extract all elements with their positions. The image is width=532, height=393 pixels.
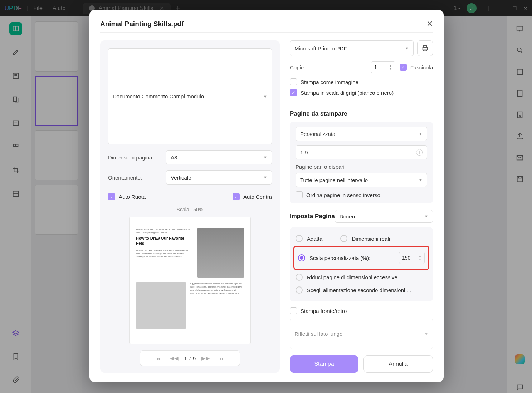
select-value: Dimen... xyxy=(340,213,360,220)
print-as-image-checkbox[interactable]: Stampa come immagine xyxy=(290,78,433,85)
radio-icon xyxy=(298,254,305,261)
select-value: Tutte le pagine nell'intervallo xyxy=(300,177,368,183)
checkbox-icon: ✓ xyxy=(108,193,115,200)
duplex-checkbox[interactable]: Stampa fronte/retro xyxy=(290,307,433,314)
printer-select[interactable]: Microsoft Print to PDF ▼ xyxy=(290,40,414,56)
print-button[interactable]: Stampa xyxy=(290,355,358,373)
prev-page-button[interactable]: ◀◀ xyxy=(166,355,182,362)
odd-even-label: Pagine pari o dispari xyxy=(296,164,427,170)
last-page-button[interactable]: ⏭ xyxy=(216,355,228,362)
preview-image xyxy=(136,282,186,329)
reverse-checkbox[interactable]: Ordina pagine in senso inverso xyxy=(296,191,427,198)
svg-rect-14 xyxy=(423,47,428,50)
chevron-down-icon: ▼ xyxy=(263,155,267,159)
spin-down-icon[interactable]: ▼ xyxy=(389,67,394,70)
odd-even-select[interactable]: Tutte le pagine nell'intervallo ▼ xyxy=(296,173,427,187)
chevron-down-icon: ▼ xyxy=(263,175,267,180)
spin-down-icon[interactable]: ▼ xyxy=(419,258,424,261)
copies-label: Copie: xyxy=(290,64,367,70)
select-value: Documento,Commento,Campi modulo xyxy=(113,93,204,99)
orientation-label: Orientamento: xyxy=(108,175,162,181)
flip-select[interactable]: Rifletti sul lato lungo ▼ xyxy=(290,319,433,349)
checkbox-label: Ordina pagine in senso inverso xyxy=(306,192,380,198)
shrink-radio[interactable]: Riduci pagine di dimensioni eccessive xyxy=(296,271,427,284)
custom-scale-highlight: Scala personalizzata (%): 150 ▲▼ xyxy=(293,246,429,270)
auto-rotate-checkbox[interactable]: ✓ Auto Ruota xyxy=(108,193,146,200)
range-mode-select[interactable]: Personalizzata ▼ xyxy=(296,127,427,141)
input-value: 1 xyxy=(374,64,377,70)
checkbox-icon xyxy=(290,307,297,314)
radio-icon xyxy=(296,235,303,242)
checkbox-label: Auto Ruota xyxy=(119,194,146,200)
radio-label: Adatta xyxy=(307,236,322,242)
preview-heading: How to Draw Our Favorite Pets xyxy=(136,236,193,246)
page-setup-title: Imposta Pagina xyxy=(290,213,335,220)
checkbox-label: Stampa come immagine xyxy=(301,79,358,85)
spin-up-icon[interactable]: ▲ xyxy=(419,255,424,258)
scale-indicator: Scala:150% xyxy=(108,207,272,212)
preview-pager: ⏮ ◀◀ 1 / 9 ▶▶ ⏭ xyxy=(140,350,240,366)
page-size-label: Dimensioni pagina: xyxy=(108,154,162,161)
radio-icon xyxy=(296,286,303,294)
spin-up-icon[interactable]: ▲ xyxy=(389,64,394,67)
custom-scale-input[interactable]: 150 ▲▼ xyxy=(399,252,425,264)
cancel-button[interactable]: Annulla xyxy=(363,355,433,373)
page-sep: / xyxy=(189,355,191,362)
radio-icon xyxy=(340,235,347,242)
chevron-down-icon: ▼ xyxy=(424,214,428,218)
range-input[interactable]: 1-9 i xyxy=(296,145,427,159)
input-value: 150 xyxy=(402,255,411,261)
dialog-close-button[interactable]: ✕ xyxy=(426,19,433,29)
page-preview: Animals have been part of human art from… xyxy=(129,217,251,344)
select-value: Verticale xyxy=(171,175,191,181)
checkbox-icon: ✓ xyxy=(400,64,407,71)
radio-label: Scala personalizzata (%): xyxy=(309,255,370,261)
choose-paper-radio[interactable]: Scegli alimentazione secondo dimensioni … xyxy=(296,284,427,296)
actual-size-radio[interactable]: Dimensioni reali xyxy=(340,232,390,245)
checkbox-label: Stampa fronte/retro xyxy=(301,308,347,314)
dialog-title: Animal Painting Skills.pdf xyxy=(100,20,184,28)
checkbox-icon: ✓ xyxy=(233,193,240,200)
select-value: Microsoft Print to PDF xyxy=(294,45,347,51)
checkbox-label: Stampa in scala di grigi (bianco e nero) xyxy=(301,90,394,96)
radio-label: Scegli alimentazione secondo dimensioni … xyxy=(307,287,411,293)
checkbox-icon: ✓ xyxy=(290,89,297,96)
first-page-button[interactable]: ⏮ xyxy=(152,355,164,362)
scale-radio-group: Adatta Dimensioni reali Scala personaliz… xyxy=(290,227,433,301)
grayscale-checkbox[interactable]: ✓ Stampa in scala di grigi (bianco e ner… xyxy=(290,89,433,96)
input-value: 1-9 xyxy=(300,149,308,156)
content-type-select[interactable]: Documento,Commento,Campi modulo ▼ xyxy=(108,48,272,144)
select-value: Rifletti sul lato lungo xyxy=(294,331,342,337)
select-value: A3 xyxy=(171,154,177,161)
printer-settings-button[interactable] xyxy=(417,40,433,56)
pages-section-title: Pagine da stampare xyxy=(290,110,433,117)
printer-icon xyxy=(421,44,429,52)
orientation-select[interactable]: Verticale ▼ xyxy=(166,170,272,185)
checkbox-label: Auto Centra xyxy=(243,194,272,200)
page-size-select[interactable]: A3 ▼ xyxy=(166,150,272,164)
chevron-down-icon: ▼ xyxy=(263,94,267,99)
checkbox-icon xyxy=(296,191,303,198)
custom-scale-radio[interactable]: Scala personalizzata (%): 150 ▲▼ xyxy=(298,249,425,267)
next-page-button[interactable]: ▶▶ xyxy=(198,355,214,362)
chevron-down-icon: ▼ xyxy=(405,46,409,50)
collate-checkbox[interactable]: ✓ Fascicola xyxy=(400,64,433,71)
chevron-down-icon: ▼ xyxy=(419,132,423,136)
checkbox-label: Fascicola xyxy=(410,64,433,70)
chevron-down-icon: ▼ xyxy=(419,178,423,182)
checkbox-icon xyxy=(290,78,297,85)
fit-radio[interactable]: Adatta xyxy=(296,232,322,245)
radio-icon xyxy=(296,274,303,281)
page-current: 1 xyxy=(184,355,187,362)
select-value: Personalizzata xyxy=(300,131,335,137)
radio-label: Riduci pagine di dimensioni eccessive xyxy=(307,274,397,280)
info-icon[interactable]: i xyxy=(416,149,423,156)
pages-group: Personalizzata ▼ 1-9 i Pagine pari o dis… xyxy=(290,122,433,203)
copies-input[interactable]: 1 ▲▼ xyxy=(371,61,395,73)
radio-label: Dimensioni reali xyxy=(352,236,390,242)
settings-panel: Microsoft Print to PDF ▼ Copie: 1 ▲▼ ✓ F… xyxy=(290,40,433,373)
preview-panel: Documento,Commento,Campi modulo ▼ Dimens… xyxy=(100,40,280,373)
auto-center-checkbox[interactable]: ✓ Auto Centra xyxy=(233,193,272,200)
print-dialog: Animal Painting Skills.pdf ✕ Documento,C… xyxy=(89,10,444,382)
page-setup-mode-select[interactable]: Dimen... ▼ xyxy=(335,210,433,223)
